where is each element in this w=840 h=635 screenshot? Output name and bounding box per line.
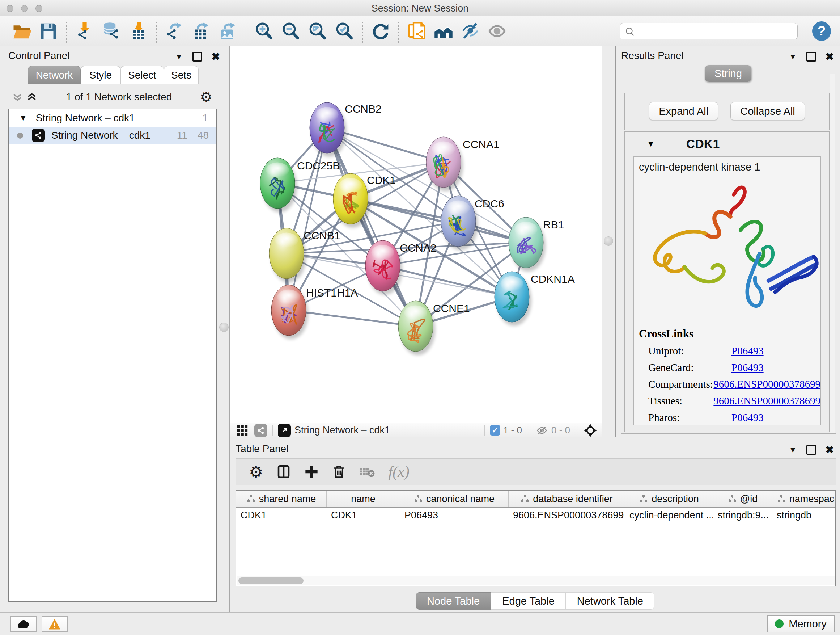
table-cell[interactable]: cyclin-dependent ... — [625, 510, 714, 521]
crosslink-link[interactable]: 9606.ENSP00000378699 — [714, 395, 821, 407]
tab-sets[interactable]: Sets — [164, 66, 199, 84]
table-cell[interactable]: 9606.ENSP00000378699 — [508, 510, 625, 521]
zoom-in-button[interactable] — [253, 20, 275, 42]
column-header-database-identifier[interactable]: database identifier — [508, 491, 625, 507]
collapse-all-button[interactable]: Collapse All — [730, 102, 805, 120]
tab-style[interactable]: Style — [81, 66, 120, 84]
results-scrollbar[interactable] — [830, 74, 835, 433]
delete-table-icon[interactable] — [359, 465, 375, 478]
right-splitter-grip[interactable] — [604, 236, 613, 246]
float-panel-icon[interactable] — [806, 445, 816, 455]
tab-select[interactable]: Select — [120, 66, 164, 84]
table-cell[interactable]: stringdb:9... — [714, 510, 772, 521]
float-panel-icon[interactable] — [193, 52, 202, 62]
collapse-panel-icon[interactable]: ▼ — [175, 52, 183, 62]
node-RB1[interactable] — [508, 217, 546, 272]
save-session-button[interactable] — [37, 20, 60, 42]
edge-CCNB2-HIST1H1A[interactable] — [289, 128, 327, 310]
selected-checkbox-icon[interactable]: ✓ — [490, 425, 500, 435]
refresh-button[interactable] — [369, 20, 392, 42]
network-view[interactable]: CCNB2CCNA1CDC25BCDK1CDC6RB1CCNB1CCNA2CDK… — [230, 46, 602, 423]
import-network-button[interactable] — [73, 20, 96, 42]
tab-network-table[interactable]: Network Table — [566, 592, 654, 610]
string-tab[interactable]: String — [705, 65, 752, 82]
tab-node-table[interactable]: Node Table — [416, 592, 491, 610]
table-cell[interactable]: stringdb — [772, 510, 836, 521]
node-CCNB2[interactable] — [309, 103, 347, 157]
grid-view-icon[interactable] — [236, 424, 248, 437]
show-columns-icon[interactable] — [276, 464, 291, 479]
crosslink-row: GeneCard:P06493 — [648, 362, 821, 374]
import-database-button[interactable] — [100, 20, 123, 42]
search-input[interactable] — [620, 23, 798, 40]
export-network-button[interactable] — [163, 20, 186, 42]
hscroll-thumb[interactable] — [238, 578, 303, 584]
gene-details: cyclin-dependent kinase 1 CrossLinks Uni… — [633, 157, 821, 425]
collapse-section-icon[interactable]: ▼ — [646, 139, 655, 149]
tab-network[interactable]: Network — [28, 66, 81, 84]
export-view-icon[interactable] — [278, 424, 291, 437]
column-header-description[interactable]: description — [625, 491, 714, 507]
expand-all-button[interactable]: Expand All — [649, 102, 718, 120]
home-button[interactable] — [432, 20, 455, 42]
column-header-canonical-name[interactable]: canonical name — [400, 491, 508, 507]
crosslink-link[interactable]: 9606.ENSP00000378699 — [714, 378, 821, 390]
column-header-namespace[interactable]: namespace — [772, 491, 836, 507]
import-table-button[interactable] — [127, 20, 149, 42]
tree-root-row[interactable]: ▼String Network – cdk11 — [9, 109, 216, 127]
open-file-icon — [12, 21, 32, 41]
table-cell[interactable]: P06493 — [400, 510, 508, 521]
node-CCNB1[interactable] — [269, 228, 306, 282]
eye-button[interactable] — [486, 20, 508, 42]
zoom-fit-button[interactable] — [306, 20, 329, 42]
close-panel-icon[interactable]: ✖ — [826, 51, 834, 63]
gear-icon[interactable]: ⚙ — [200, 89, 212, 105]
tab-edge-table[interactable]: Edge Table — [491, 592, 566, 610]
cloud-button[interactable] — [11, 616, 36, 632]
close-panel-icon[interactable]: ✖ — [212, 51, 220, 63]
node-CDC25B[interactable] — [260, 158, 297, 212]
tree-network-row[interactable]: String Network – cdk11148 — [9, 127, 216, 144]
hide-unhide-button[interactable] — [459, 20, 482, 42]
column-header-name[interactable]: name — [327, 491, 400, 507]
export-table-button[interactable] — [190, 20, 212, 42]
crosslink-link[interactable]: P06493 — [731, 362, 764, 374]
node-CCNE1[interactable] — [398, 301, 435, 355]
export-image-button[interactable] — [217, 20, 239, 42]
open-file-button[interactable] — [11, 20, 33, 42]
collapse-panel-icon[interactable]: ▼ — [789, 52, 797, 62]
zoom-selected-button[interactable] — [333, 20, 355, 42]
float-panel-icon[interactable] — [806, 52, 816, 62]
collapse-panel-icon[interactable]: ▼ — [789, 445, 797, 455]
hidden-eye-icon[interactable] — [535, 424, 548, 436]
function-builder-icon[interactable]: f(x) — [388, 463, 409, 480]
toolbar-separator — [398, 19, 399, 43]
table-row[interactable]: CDK1CDK1P064939606.ENSP00000378699cyclin… — [236, 508, 835, 523]
table-cell[interactable]: CDK1 — [236, 510, 327, 521]
network-share-icon[interactable] — [254, 424, 267, 437]
column-header-@id[interactable]: @id — [714, 491, 772, 507]
memory-button[interactable]: Memory — [767, 615, 835, 632]
left-splitter-grip[interactable] — [219, 323, 229, 332]
warning-button[interactable] — [42, 616, 68, 632]
node-HIST1H1A[interactable] — [271, 285, 308, 339]
collapse-all-icon[interactable] — [11, 91, 24, 103]
help-button[interactable]: ? — [812, 21, 831, 41]
table-hscrollbar[interactable] — [237, 576, 835, 585]
table-cell[interactable]: CDK1 — [327, 510, 400, 521]
fit-move-icon[interactable] — [584, 424, 597, 437]
collapse-tree-icon[interactable]: ▼ — [19, 113, 27, 123]
column-header-shared-name[interactable]: shared name — [236, 491, 327, 507]
delete-column-icon[interactable] — [332, 464, 346, 479]
string-document-button[interactable] — [406, 20, 428, 42]
zoom-out-button[interactable] — [279, 20, 302, 42]
table-gear-icon[interactable]: ⚙ — [249, 463, 263, 481]
node-CDC6[interactable] — [441, 196, 478, 250]
gene-section-header[interactable]: ▼ CDK1 — [625, 132, 829, 156]
crosslink-link[interactable]: P06493 — [731, 345, 764, 357]
close-panel-icon[interactable]: ✖ — [826, 444, 834, 456]
expand-all-icon[interactable] — [26, 91, 38, 103]
node-CDKN1A[interactable] — [494, 272, 531, 326]
crosslink-link[interactable]: P06493 — [731, 412, 764, 424]
add-column-icon[interactable] — [304, 464, 319, 479]
